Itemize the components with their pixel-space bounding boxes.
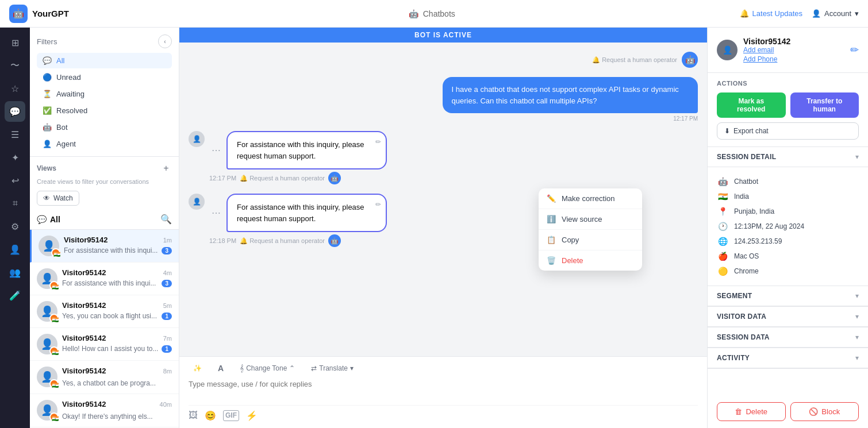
chat-list: 👤 🇮🇳 Visitor95142 1m For assistance with… — [30, 230, 179, 428]
visitor-data-header[interactable]: VISITOR DATA ▾ — [708, 307, 868, 327]
conversations-panel: Filters ‹ 💬 All 🔵 Unread ⏳ Awaiting ✅ — [30, 28, 179, 428]
nav-center-label: Chatbots — [423, 9, 455, 18]
session-data-header[interactable]: SESSION DATA ▾ — [708, 327, 868, 348]
edit-icon-1[interactable]: ✏ — [375, 137, 381, 147]
filter-tab-awaiting[interactable]: ⏳ Awaiting — [37, 86, 172, 102]
ctx-copy[interactable]: 📋 Copy — [539, 230, 642, 250]
segment-label: SEGMENT — [717, 292, 752, 300]
chatbot-nav-icon: 🤖 — [409, 9, 418, 18]
chat-name-2: Visitor95142 — [62, 268, 106, 277]
sidebar-icon-list[interactable]: ☰ — [5, 124, 25, 145]
lightning-icon[interactable]: ⚡ — [246, 410, 258, 421]
msg-options-2[interactable]: ⋯ — [209, 205, 223, 221]
segment-header[interactable]: SEGMENT ▾ — [708, 286, 868, 306]
msg-options-1[interactable]: ⋯ — [209, 142, 223, 158]
sidebar-icon-tag[interactable]: ⌗ — [5, 193, 25, 214]
chat-item-1[interactable]: 👤 🇮🇳 Visitor95142 1m For assistance with… — [30, 230, 179, 263]
chat-item-2[interactable]: 👤 🇮🇳 Visitor95142 4m For assistance with… — [30, 263, 179, 295]
sidebar-icon-grid[interactable]: ⊞ — [5, 32, 25, 53]
watch-btn[interactable]: 👁 Watch — [37, 191, 79, 206]
image-icon[interactable]: 🖼 — [189, 410, 198, 421]
ctx-delete[interactable]: 🗑️ Delete — [539, 250, 642, 271]
translate-btn[interactable]: ⇄ Translate ▾ — [306, 362, 358, 375]
ctx-make-correction[interactable]: ✏️ Make correction — [539, 188, 642, 209]
block-btn[interactable]: 🚫 Block — [790, 402, 859, 421]
collapse-btn[interactable]: ‹ — [158, 34, 172, 48]
bot-msg-bubble-2: For assistance with this inquiry, please… — [226, 194, 387, 232]
sidebar-icon-chat[interactable]: 💬 — [5, 101, 25, 122]
translate-chevron-icon: ▾ — [350, 364, 354, 372]
bot-badge-2: 🤖 — [328, 234, 341, 247]
bell-icon: 🔔 — [740, 9, 749, 18]
chat-item-5[interactable]: 👤 🇮🇳 Visitor95142 8m Yes, a chatbot can … — [30, 361, 179, 394]
detail-time: 🕐 12:13PM, 22 Aug 2024 — [717, 219, 859, 234]
delete-btn[interactable]: 🗑 Delete — [717, 402, 786, 421]
context-menu: ✏️ Make correction ℹ️ View source 📋 Copy… — [539, 188, 642, 271]
sidebar-icon-reply[interactable]: ↩ — [5, 170, 25, 191]
main-layout: ⊞ 〜 ☆ 💬 ☰ ✦ ↩ ⌗ ⚙ 👤 👥 🧪 Filters ‹ 💬 All … — [0, 28, 868, 428]
chat-item-6[interactable]: 👤 🇮🇳 Visitor95142 40m Okay! If there's a… — [30, 394, 179, 427]
chat-preview-2: For assistance with this inqui... — [62, 279, 156, 287]
filter-tab-unread[interactable]: 🔵 Unread — [37, 70, 172, 85]
flag-5: 🇮🇳 — [52, 382, 59, 388]
transfer-to-human-btn[interactable]: Transfer to human — [790, 92, 859, 118]
mark-resolved-btn[interactable]: Mark as resolved — [717, 92, 786, 118]
browser-detail-icon: 🟡 — [717, 267, 728, 276]
gif-icon[interactable]: GIF — [223, 410, 239, 421]
unread-icon: 🔵 — [43, 73, 52, 82]
chat-toolbar: ✨ A 𝄞 Change Tone ⌃ ⇄ Translate ▾ — [189, 361, 698, 380]
visitor-links: Add email Add Phone — [743, 46, 790, 63]
sparkle-btn[interactable]: ✨ — [189, 362, 206, 375]
meta-text-1: 🔔 Request a human operator — [592, 56, 677, 64]
sidebar-icon-puzzle[interactable]: ✦ — [5, 147, 25, 168]
chat-item-4[interactable]: 👤 🇮🇳 Visitor95142 7m Hello! How can I as… — [30, 328, 179, 361]
filter-tab-bot[interactable]: 🤖 Bot — [37, 119, 172, 135]
font-icon: A — [218, 364, 224, 373]
filter-tab-agent[interactable]: 👤 Agent — [37, 136, 172, 152]
add-phone-link[interactable]: Add Phone — [743, 55, 790, 63]
filter-tab-all[interactable]: 💬 All — [37, 53, 172, 68]
detail-os-text: Mac OS — [734, 252, 759, 260]
bot-msg-meta-2: 🔔 Request a human operator — [240, 237, 325, 245]
sidebar-icon-flask[interactable]: 🧪 — [5, 285, 25, 306]
font-btn[interactable]: A — [213, 361, 228, 375]
export-chat-btn[interactable]: ⬇ Export chat — [717, 122, 859, 140]
activity-header[interactable]: ACTIVITY ▾ — [708, 348, 868, 368]
trash-icon: 🗑️ — [547, 256, 556, 265]
chat-name-1: Visitor95142 — [64, 236, 107, 244]
filter-tabs: 💬 All 🔵 Unread ⏳ Awaiting ✅ Resolved 🤖 — [37, 53, 172, 152]
emoji-icon[interactable]: 😊 — [205, 410, 216, 421]
chat-input[interactable] — [189, 380, 698, 403]
chat-item-3[interactable]: 👤 🇮🇳 Visitor95142 5m Yes, you can book a… — [30, 295, 179, 328]
edit-visitor-btn[interactable]: ✏ — [850, 44, 859, 56]
sparkle-icon: ✨ — [193, 364, 202, 372]
activity-label: ACTIVITY — [717, 354, 750, 362]
chat-item-content-5: Visitor95142 8m Yes, a chatbot can be pr… — [62, 367, 172, 388]
search-btn[interactable]: 🔍 — [160, 214, 172, 225]
segment-section: SEGMENT ▾ — [708, 286, 868, 307]
session-data-label: SESSION DATA — [717, 333, 770, 341]
change-tone-btn[interactable]: 𝄞 Change Tone ⌃ — [235, 362, 299, 375]
chat-time-4: 7m — [163, 335, 172, 342]
edit-icon-2[interactable]: ✏ — [375, 199, 381, 210]
avatar-4: 👤 🇮🇳 — [37, 334, 57, 354]
copy-icon: 📋 — [547, 236, 556, 244]
sidebar-icon-team[interactable]: 👥 — [5, 262, 25, 283]
logo-icon: 🤖 — [9, 5, 28, 23]
chat-preview-3: Yes, you can book a flight usi... — [62, 312, 157, 320]
latest-updates-btn[interactable]: 🔔 Latest Updates — [740, 9, 802, 18]
sidebar-icon-contact[interactable]: 👤 — [5, 239, 25, 260]
account-btn[interactable]: 👤 Account ▾ — [812, 9, 859, 18]
ctx-view-source[interactable]: ℹ️ View source — [539, 209, 642, 229]
sidebar-icon-settings[interactable]: ⚙ — [5, 216, 25, 237]
filter-tab-resolved[interactable]: ✅ Resolved — [37, 103, 172, 118]
bot-icon: 🤖 — [43, 123, 52, 132]
add-email-link[interactable]: Add email — [743, 46, 790, 54]
session-detail-header[interactable]: SESSION DETAIL ▾ — [708, 147, 868, 167]
detail-location-text: Punjab, India — [734, 207, 774, 215]
user-msg-time-1: 12:17 PM — [673, 115, 698, 122]
add-view-btn[interactable]: + — [160, 163, 172, 174]
sidebar-icon-users[interactable]: ☆ — [5, 78, 25, 99]
sidebar-icon-signal[interactable]: 〜 — [5, 55, 25, 76]
detail-country-text: India — [734, 192, 749, 200]
